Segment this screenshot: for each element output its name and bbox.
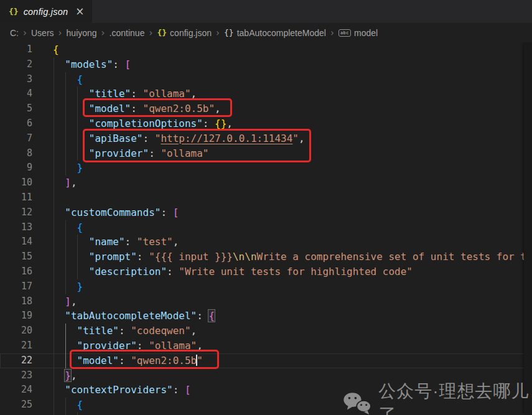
indent-guide <box>54 190 54 205</box>
code-line-24[interactable]: 24 "contextProviders": [ <box>0 383 532 398</box>
line-number[interactable]: 10 <box>0 175 32 190</box>
code-line-19[interactable]: 19 "tabAutocompleteModel": { <box>0 309 532 324</box>
breadcrumb-item-continue[interactable]: .continue <box>110 28 145 38</box>
line-number[interactable]: 4 <box>0 86 32 101</box>
code-text: { <box>53 220 83 235</box>
code-line-4[interactable]: 4 "title": "ollama", <box>0 86 532 101</box>
line-number[interactable]: 22 <box>0 353 32 368</box>
breadcrumb-item-tabautocompletemodel[interactable]: {}tabAutocompleteModel <box>224 28 326 38</box>
code-line-22[interactable]: 22 "model": "qwen2:0.5b" <box>0 353 532 368</box>
breadcrumb-item-c[interactable]: C: <box>10 28 19 38</box>
breadcrumb-label: model <box>354 28 378 38</box>
code-line-10[interactable]: 10 ], <box>0 175 532 190</box>
breadcrumb-label: .continue <box>110 28 145 38</box>
line-number[interactable]: 24 <box>0 383 32 398</box>
line-number[interactable]: 11 <box>0 190 32 205</box>
line-number[interactable]: 5 <box>0 101 32 116</box>
code-line-14[interactable]: 14 "name": "test", <box>0 235 532 249</box>
code-line-21[interactable]: 21 "provider": "ollama", <box>0 338 532 353</box>
code-line-13[interactable]: 13 { <box>0 220 532 235</box>
line-number[interactable]: 6 <box>0 116 32 131</box>
code-text: "description": "Write unit tests for hig… <box>53 264 413 279</box>
vscode-window: {} config.json × C:›Users›huiyong›.conti… <box>0 0 532 415</box>
code-text: { <box>53 72 83 87</box>
line-number[interactable]: 26 <box>0 413 32 415</box>
line-number[interactable]: 7 <box>0 131 32 146</box>
breadcrumb-label: C: <box>10 28 19 38</box>
line-number[interactable]: 15 <box>0 249 32 264</box>
tab-title: config.json <box>24 7 68 17</box>
code-text: "contextProviders": [ <box>53 383 191 398</box>
code-line-7[interactable]: 7 "apiBase": "http://127.0.0.1:11434", <box>0 131 532 146</box>
line-number[interactable]: 1 <box>0 42 32 57</box>
json-file-icon: {} <box>9 7 19 16</box>
code-line-11[interactable]: 11 <box>0 190 532 205</box>
code-line-25[interactable]: 25 { <box>0 398 532 413</box>
line-number[interactable]: 20 <box>0 324 32 338</box>
code-text: "provider": "ollama" <box>53 146 208 161</box>
line-number[interactable]: 14 <box>0 235 32 249</box>
scrollbar[interactable] <box>524 42 532 415</box>
line-number[interactable]: 21 <box>0 338 32 353</box>
code-text: "models": [ <box>53 57 131 72</box>
code-text: "title": "ollama", <box>53 86 197 101</box>
code-line-15[interactable]: 15 "prompt": "{{{ input }}}\n\nWrite a c… <box>0 249 532 264</box>
chevron-right-icon: › <box>58 27 62 39</box>
code-line-12[interactable]: 12 "customCommands": [ <box>0 205 532 220</box>
line-number[interactable]: 17 <box>0 279 32 294</box>
code-line-20[interactable]: 20 "title": "codeqwen", <box>0 324 532 338</box>
code-text: } <box>53 161 83 175</box>
code-text: "completionOptions": {}, <box>53 116 233 131</box>
breadcrumb-item-model[interactable]: abcmodel <box>338 28 378 38</box>
breadcrumb-item-users[interactable]: Users <box>31 28 54 38</box>
line-number[interactable]: 9 <box>0 161 32 175</box>
line-number[interactable]: 18 <box>0 294 32 309</box>
code-line-1[interactable]: 1{ <box>0 42 532 57</box>
code-line-2[interactable]: 2 "models": [ <box>0 57 532 72</box>
code-text: "name": "code", <box>53 413 179 415</box>
code-text: "provider": "ollama", <box>53 338 203 353</box>
code-line-17[interactable]: 17 } <box>0 279 532 294</box>
code-editor[interactable]: 1{2 "models": [3 {4 "title": "ollama",5 … <box>0 42 532 415</box>
line-number[interactable]: 19 <box>0 309 32 324</box>
line-number[interactable]: 25 <box>0 398 32 413</box>
close-icon[interactable]: × <box>75 6 84 17</box>
line-number[interactable]: 23 <box>0 368 32 383</box>
code-line-5[interactable]: 5 "model": "qwen2:0.5b", <box>0 101 532 116</box>
code-line-18[interactable]: 18 ], <box>0 294 532 309</box>
line-number[interactable]: 3 <box>0 72 32 87</box>
line-number[interactable]: 8 <box>0 146 32 161</box>
line-number[interactable]: 16 <box>0 264 32 279</box>
code-line-3[interactable]: 3 { <box>0 72 532 87</box>
chevron-right-icon: › <box>149 27 152 39</box>
code-text: "name": "test", <box>53 235 179 249</box>
breadcrumb-item-configjson[interactable]: {}config.json <box>157 28 212 38</box>
breadcrumb-item-huiyong[interactable]: huiyong <box>67 28 97 38</box>
code-line-9[interactable]: 9 } <box>0 161 532 175</box>
code-line-23[interactable]: 23 }, <box>0 368 532 383</box>
line-number[interactable]: 12 <box>0 205 32 220</box>
code-text: "model": "qwen2:0.5b", <box>53 101 221 116</box>
symbol-object-icon: {} <box>224 28 234 37</box>
code-text: { <box>53 398 83 413</box>
breadcrumb-label: config.json <box>170 28 212 38</box>
code-text: "model": "qwen2:0.5b" <box>53 353 203 368</box>
code-line-26[interactable]: 26 "name": "code", <box>0 413 532 415</box>
code-text: { <box>53 42 59 57</box>
code-text: ], <box>53 294 77 309</box>
chevron-right-icon: › <box>330 27 334 39</box>
code-lines: 1{2 "models": [3 {4 "title": "ollama",5 … <box>0 42 532 415</box>
code-text: "apiBase": "http://127.0.0.1:11434", <box>53 131 305 146</box>
code-text: }, <box>53 368 77 383</box>
code-text: } <box>53 279 83 294</box>
breadcrumb-label: huiyong <box>67 28 97 38</box>
line-number[interactable]: 13 <box>0 220 32 235</box>
chevron-right-icon: › <box>23 27 27 39</box>
tab-config-json[interactable]: {} config.json × <box>0 0 92 23</box>
code-line-8[interactable]: 8 "provider": "ollama" <box>0 146 532 161</box>
code-line-6[interactable]: 6 "completionOptions": {}, <box>0 116 532 131</box>
code-text: "title": "codeqwen", <box>53 324 197 338</box>
code-line-16[interactable]: 16 "description": "Write unit tests for … <box>0 264 532 279</box>
code-text: ], <box>53 175 77 190</box>
line-number[interactable]: 2 <box>0 57 32 72</box>
